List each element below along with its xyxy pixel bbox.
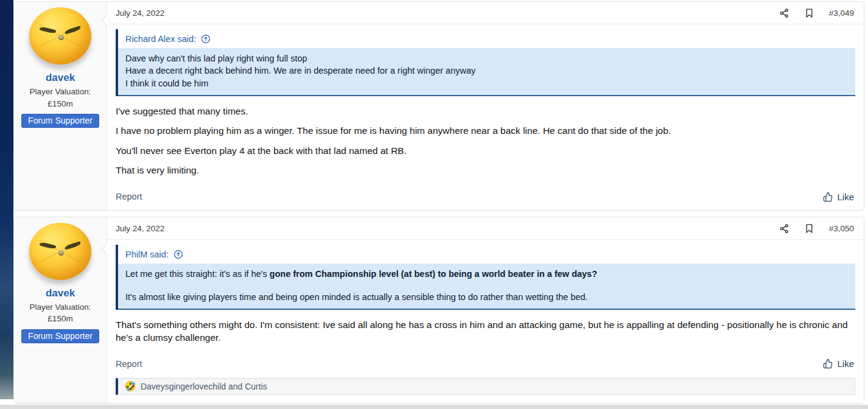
laughing-reaction-icon: 🤣 (124, 382, 136, 391)
avatar-eye (40, 241, 57, 250)
quote-line: Dave why can't this lad play right wing … (125, 52, 848, 65)
share-icon[interactable] (779, 8, 789, 18)
expand-quote-icon[interactable] (201, 34, 211, 44)
thumbs-up-icon (823, 192, 833, 202)
post-date-link[interactable]: July 24, 2022 (116, 224, 164, 233)
post-paragraph: That is very limiting. (116, 164, 854, 177)
post: davek Player Valuation: £150m Forum Supp… (13, 1, 864, 211)
quote-text-bold: gone from Championship level (at best) t… (270, 269, 597, 279)
bookmark-icon[interactable] (804, 8, 814, 18)
quote-header[interactable]: Richard Alex said: (118, 29, 855, 48)
quote-line: It's almost like giving players time and… (125, 291, 848, 303)
quote-block: Richard Alex said: Dave why can't this l… (116, 29, 855, 96)
user-cell: davek Player Valuation: £150m Forum Supp… (14, 217, 107, 404)
expand-quote-icon[interactable] (173, 250, 183, 259)
forum-supporter-badge: Forum Supporter (21, 114, 99, 128)
like-label: Like (837, 192, 854, 202)
thumbs-up-icon (823, 358, 833, 369)
post-number-link[interactable]: #3,049 (829, 9, 854, 18)
user-title: Player Valuation: £150m (18, 301, 103, 325)
user-valuation-label: Player Valuation: (18, 301, 103, 313)
thread-posts: davek Player Valuation: £150m Forum Supp… (13, 0, 864, 404)
quote-text-normal: Let me get this straight: it's as if he'… (125, 269, 270, 279)
like-button[interactable]: Like (823, 192, 854, 202)
user-title: Player Valuation: £150m (18, 86, 103, 110)
like-button[interactable]: Like (823, 358, 854, 369)
share-icon[interactable] (779, 223, 789, 234)
quote-line: Let me get this straight: it's as if he'… (125, 268, 848, 280)
bookmark-icon[interactable] (804, 223, 814, 234)
avatar-stem (58, 35, 64, 40)
quote-block: PhilM said: Let me get this straight: it… (116, 245, 855, 310)
user-valuation-value: £150m (18, 313, 103, 325)
post-number-link[interactable]: #3,050 (829, 224, 854, 233)
post-date-link[interactable]: July 24, 2022 (116, 9, 164, 18)
user-valuation-label: Player Valuation: (18, 86, 103, 98)
quote-author[interactable]: PhilM said: (125, 250, 169, 259)
user-valuation-value: £150m (18, 98, 103, 110)
message-header-actions: #3,049 (779, 8, 854, 18)
quote-line: Have a decent right back behind him. We … (125, 65, 848, 77)
message-header: July 24, 2022 #3,049 (107, 2, 864, 24)
user-avatar[interactable] (29, 7, 91, 65)
username-link[interactable]: davek (46, 72, 75, 84)
post-paragraph: That's something others might do. I'm co… (116, 319, 854, 344)
avatar-stem (58, 250, 64, 256)
message-header-actions: #3,050 (779, 223, 854, 234)
username-link[interactable]: davek (46, 287, 75, 299)
post-body: That's something others might do. I'm co… (107, 310, 864, 344)
avatar-eye (40, 26, 57, 34)
message-cell: July 24, 2022 #3,049 (107, 2, 864, 210)
user-cell: davek Player Valuation: £150m Forum Supp… (14, 2, 107, 210)
reaction-users: Daveysgingerlovechild and Curtis (141, 382, 267, 391)
avatar-eye (65, 241, 82, 250)
message-footer: Report Like (107, 351, 864, 377)
page-background-strip (0, 0, 13, 399)
quote-text: Dave why can't this lad play right wing … (118, 48, 855, 96)
post-paragraph: You'll never see Everton play 4 at the b… (116, 145, 854, 157)
page-bottom-band (0, 405, 868, 409)
avatar-eye (65, 26, 82, 34)
post-paragraph: I've suggested that many times. (116, 105, 854, 117)
report-link[interactable]: Report (116, 359, 142, 369)
post-body: I've suggested that many times. I have n… (107, 96, 864, 177)
quote-line: I think it could be him (125, 77, 848, 89)
quote-text: Let me get this straight: it's as if he'… (118, 264, 855, 310)
quote-author[interactable]: Richard Alex said: (125, 34, 196, 44)
report-link[interactable]: Report (116, 192, 142, 201)
post-paragraph: I have no problem playing him as a winge… (116, 125, 854, 137)
message-header: July 24, 2022 #3,050 (107, 217, 864, 240)
post: davek Player Valuation: £150m Forum Supp… (13, 217, 864, 404)
forum-supporter-badge: Forum Supporter (21, 329, 99, 343)
quote-header[interactable]: PhilM said: (118, 245, 855, 264)
message-cell: July 24, 2022 #3,050 (107, 217, 864, 404)
user-avatar[interactable] (29, 223, 91, 280)
like-label: Like (837, 358, 854, 369)
reactions-bar[interactable]: 🤣 Daveysgingerlovechild and Curtis (116, 378, 855, 395)
message-footer: Report Like (107, 184, 864, 210)
